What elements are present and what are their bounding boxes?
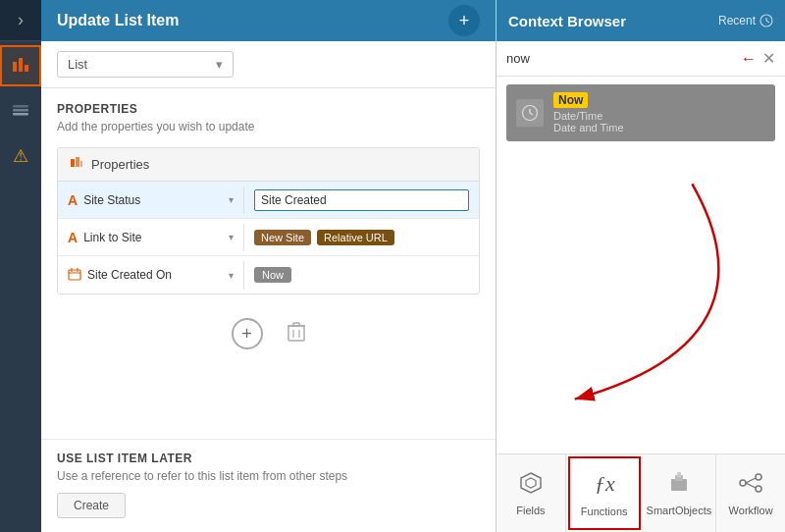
add-button[interactable]: + — [448, 5, 480, 36]
site-status-label: Site Status — [83, 193, 223, 207]
svg-rect-9 — [69, 270, 80, 280]
sidebar-item-warning[interactable]: ⚠ — [0, 135, 41, 177]
properties-header-label: Properties — [91, 157, 149, 172]
svg-rect-7 — [76, 157, 79, 167]
chart-icon — [11, 54, 30, 78]
properties-section: PROPERTIES Add the properties you wish t… — [41, 88, 496, 439]
svg-rect-13 — [288, 326, 304, 341]
result-item-subtype: Date and Time — [553, 122, 624, 133]
svg-line-37 — [746, 483, 756, 488]
smartobjects-icon — [667, 471, 691, 501]
site-created-on-label: Site Created On — [87, 268, 223, 282]
layers-icon — [11, 99, 30, 123]
list-row: List ▾ — [41, 41, 496, 88]
new-site-tag: New Site — [254, 230, 311, 245]
svg-line-22 — [766, 21, 769, 23]
arrow-container — [497, 149, 785, 453]
functions-icon: ƒx — [591, 469, 618, 502]
svg-rect-4 — [13, 109, 28, 112]
field-chevron-icon: ▾ — [229, 194, 234, 205]
right-panel: Context Browser Recent ← ✕ Now Date/Time… — [496, 0, 785, 532]
sidebar-expand-button[interactable]: › — [0, 0, 41, 41]
context-browser-title: Context Browser — [508, 13, 718, 29]
text-field-icon: A — [68, 192, 78, 208]
list-value: List — [68, 57, 87, 72]
tab-functions[interactable]: ƒx Functions — [568, 456, 641, 530]
tab-workflow[interactable]: Workflow — [716, 454, 785, 532]
tab-smartobjects-label: SmartObjects — [647, 505, 712, 516]
action-row: + — [57, 308, 480, 363]
site-status-field[interactable]: A Site Status ▾ — [58, 186, 244, 214]
site-status-input[interactable] — [254, 189, 469, 211]
main-area: Update List Item + List ▾ PROPERTIES Add… — [41, 0, 496, 532]
search-result-item[interactable]: Now Date/Time Date and Time — [506, 84, 775, 141]
result-item-name: Now — [553, 92, 588, 108]
now-tag: Now — [254, 267, 291, 283]
search-input[interactable] — [506, 51, 735, 66]
bottom-tabs: Fields ƒx Functions SmartObjects Workflo… — [497, 453, 785, 532]
svg-rect-8 — [80, 161, 82, 167]
properties-header-icon — [70, 156, 83, 173]
use-section-title: USE LIST ITEM LATER — [57, 452, 480, 465]
chevron-down-icon: ▾ — [216, 57, 223, 72]
svg-rect-1 — [19, 58, 23, 72]
result-item-text: Now Date/Time Date and Time — [553, 92, 624, 133]
use-section-description: Use a reference to refer to this list it… — [57, 469, 480, 483]
context-browser-header: Context Browser Recent — [497, 0, 785, 41]
link-to-site-value: New Site Relative URL — [244, 224, 479, 251]
svg-line-25 — [530, 113, 533, 115]
fields-icon — [519, 471, 543, 501]
table-row: A Site Status ▾ — [58, 182, 479, 219]
tab-fields-label: Fields — [516, 505, 545, 516]
recent-label: Recent — [718, 14, 756, 27]
date-field-icon — [68, 267, 81, 284]
tab-fields[interactable]: Fields — [497, 454, 566, 532]
page-title: Update List Item — [57, 12, 448, 29]
sidebar-item-layers[interactable] — [0, 90, 41, 132]
svg-marker-27 — [521, 473, 541, 493]
properties-description: Add the properties you wish to update — [57, 120, 480, 133]
relative-url-tag: Relative URL — [317, 230, 394, 245]
properties-title: PROPERTIES — [57, 102, 480, 116]
create-button[interactable]: Create — [57, 493, 126, 518]
sidebar-item-chart[interactable] — [0, 45, 41, 86]
link-to-site-label: Link to Site — [83, 231, 223, 244]
svg-line-36 — [746, 478, 756, 483]
svg-rect-2 — [25, 65, 28, 72]
trash-icon — [287, 327, 306, 346]
plus-icon: + — [241, 324, 252, 345]
use-list-item-section: USE LIST ITEM LATER Use a reference to r… — [41, 439, 496, 532]
field-chevron-icon: ▾ — [229, 270, 234, 281]
svg-text:ƒx: ƒx — [595, 471, 615, 496]
tab-smartobjects[interactable]: SmartObjects — [643, 454, 717, 532]
table-row: Site Created On ▾ Now — [58, 256, 479, 293]
delete-property-button[interactable] — [287, 321, 306, 347]
warning-icon: ⚠ — [13, 145, 28, 167]
properties-box: Properties A Site Status ▾ A Link to Sit… — [57, 147, 480, 294]
list-dropdown[interactable]: List ▾ — [57, 51, 234, 78]
svg-rect-32 — [677, 472, 681, 477]
search-row: ← ✕ — [497, 41, 785, 77]
recent-button[interactable]: Recent — [718, 14, 773, 27]
workflow-icon — [739, 471, 762, 501]
result-item-type: Date/Time — [553, 110, 624, 122]
expand-icon: › — [18, 10, 24, 30]
tab-workflow-label: Workflow — [729, 505, 773, 516]
svg-rect-5 — [13, 113, 28, 116]
site-created-on-value: Now — [244, 261, 479, 289]
svg-point-34 — [756, 474, 761, 480]
main-header: Update List Item + — [41, 0, 496, 41]
tab-functions-label: Functions — [581, 505, 628, 517]
link-to-site-field[interactable]: A Link to Site ▾ — [58, 224, 244, 251]
add-property-button[interactable]: + — [232, 318, 263, 349]
create-button-row: Create — [57, 493, 480, 518]
result-item-icon — [516, 99, 544, 127]
svg-rect-6 — [71, 159, 75, 167]
close-icon[interactable]: ✕ — [762, 49, 775, 68]
site-status-value[interactable] — [244, 184, 479, 217]
svg-point-33 — [740, 480, 746, 486]
table-row: A Link to Site ▾ New Site Relative URL — [58, 219, 479, 256]
site-created-on-field[interactable]: Site Created On ▾ — [58, 261, 244, 290]
arrow-left-icon: ← — [741, 50, 757, 68]
svg-rect-3 — [13, 105, 28, 108]
